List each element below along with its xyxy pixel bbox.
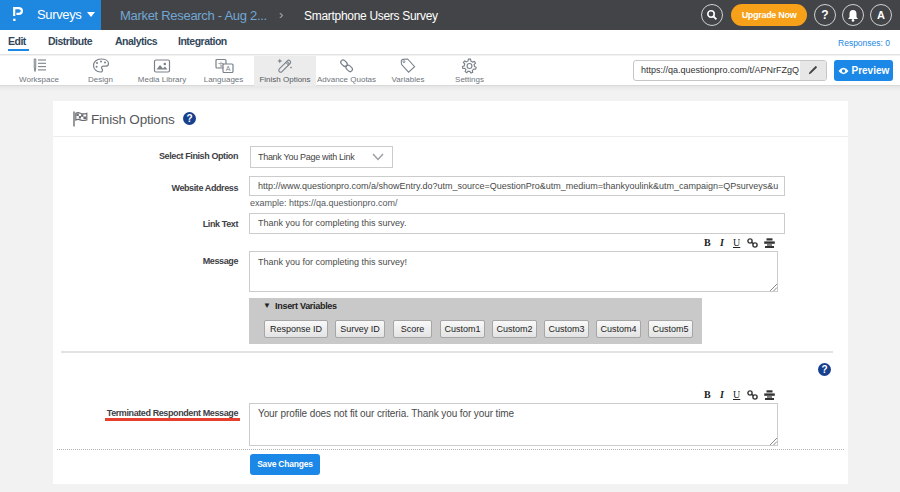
svg-text:A: A bbox=[225, 65, 230, 72]
svg-text:文: 文 bbox=[218, 61, 225, 68]
